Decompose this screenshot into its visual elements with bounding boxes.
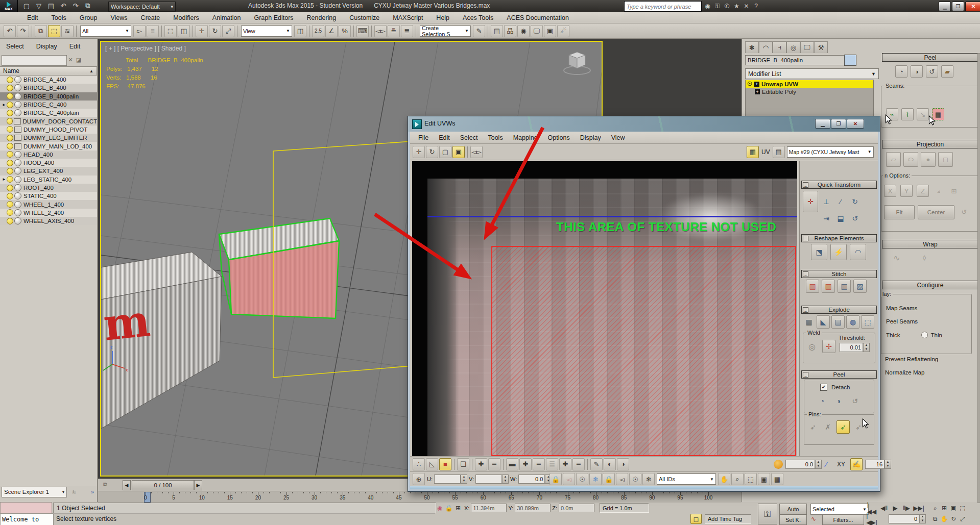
material-editor-icon[interactable]: ◉: [517, 25, 530, 37]
scene-object-row[interactable]: BRIDGE_C_400plain: [0, 109, 97, 117]
named-sel-dd[interactable]: Create Selection S▼: [420, 26, 471, 37]
target-weld-icon[interactable]: ◎: [806, 340, 818, 353]
explode-basket-icon[interactable]: ▦: [803, 316, 815, 328]
map-seams-checkbox-label[interactable]: Map Seams: [886, 305, 917, 311]
quick-peel-icon[interactable]: ◔: [895, 65, 907, 78]
spherical-map-icon[interactable]: ●: [921, 152, 936, 167]
peel-mode-icon[interactable]: ◑: [832, 395, 845, 407]
u-field[interactable]: [434, 474, 461, 484]
keyboard-shortcut-toggle-icon[interactable]: ⌨: [356, 25, 369, 37]
auto-key-button[interactable]: Auto: [779, 504, 807, 514]
menu-create[interactable]: Create: [134, 14, 167, 21]
soft-selection-spinner[interactable]: ▲▼: [815, 460, 822, 469]
command-panel-scrollbar[interactable]: [977, 53, 980, 503]
menu-edit[interactable]: Edit: [20, 14, 45, 21]
set-keys-button[interactable]: ⚿: [758, 504, 777, 524]
menu-views[interactable]: Views: [104, 14, 134, 21]
vertex-mode-icon[interactable]: ∴: [413, 458, 425, 470]
element-toggle-icon[interactable]: ❏: [457, 458, 469, 470]
box-map-icon[interactable]: ◻: [938, 152, 953, 167]
v-field[interactable]: [475, 474, 502, 484]
peel-rollout-header[interactable]: Peel: [882, 53, 978, 62]
layers-icon[interactable]: ≋: [70, 488, 78, 496]
mirror-icon[interactable]: ◅▻: [374, 25, 387, 37]
maxscript-mini-listener[interactable]: [0, 502, 52, 514]
dialog-maximize-button[interactable]: ❐: [831, 119, 846, 129]
window-crossing-icon[interactable]: ◫: [178, 25, 190, 37]
key-filter-dropdown[interactable]: Selected▼: [810, 504, 869, 515]
align-icon[interactable]: ≞: [388, 25, 400, 37]
visibility-bulb-icon[interactable]: [7, 168, 13, 174]
maximize-viewport-icon[interactable]: ⤢: [958, 514, 967, 523]
plus-ring-icon[interactable]: ✚: [559, 458, 571, 470]
expand-icon[interactable]: +: [755, 89, 760, 94]
menu-help[interactable]: Help: [429, 14, 456, 21]
expand-arrow-icon[interactable]: ►: [2, 177, 7, 182]
uvws-menu-tools[interactable]: Tools: [483, 134, 508, 141]
minimize-button[interactable]: ▁: [939, 2, 951, 11]
convert-edge-to-seam-icon[interactable]: ↘: [917, 108, 929, 120]
dialog-close-button[interactable]: ✕: [847, 119, 864, 129]
scene-object-row[interactable]: ►LEG_STATIC_400: [0, 176, 97, 184]
thin-radio-label[interactable]: Thin: [930, 332, 942, 338]
visibility-bulb-icon[interactable]: [7, 185, 13, 191]
scene-object-row[interactable]: LEG_EXT_400: [0, 167, 97, 175]
linear-align-icon[interactable]: ∕: [834, 195, 847, 208]
rendered-frame-window-icon[interactable]: ▣: [544, 25, 556, 37]
stitch-average-icon[interactable]: ▥: [822, 280, 835, 293]
uvws-menu-edit[interactable]: Edit: [434, 134, 455, 141]
quick-transform-header[interactable]: _Quick Transform: [801, 181, 877, 189]
visibility-bulb-icon[interactable]: [7, 160, 13, 166]
select-ring-icon[interactable]: ☰: [546, 458, 558, 470]
freeform-mode-icon[interactable]: ▣: [452, 146, 465, 158]
absolute-offset-icon[interactable]: ⊞: [453, 504, 463, 513]
explorer-menu-select[interactable]: Select: [0, 43, 30, 53]
align-to-edge-icon[interactable]: ↻: [849, 195, 861, 208]
x-coordinate-field[interactable]: 11.394m: [471, 504, 507, 512]
u-spinner[interactable]: ▲▼: [461, 474, 467, 484]
peel-mode-icon[interactable]: ◑: [911, 65, 923, 78]
visibility-bulb-icon[interactable]: [7, 201, 13, 208]
motion-tab-icon[interactable]: ◎: [786, 41, 800, 53]
visibility-bulb-icon[interactable]: [7, 93, 13, 99]
zoom-extents-icon[interactable]: ▣: [949, 504, 958, 513]
thin-radio[interactable]: [921, 332, 928, 338]
align-z-button[interactable]: Z: [917, 185, 929, 197]
uvws-menu-view[interactable]: View: [606, 134, 630, 141]
scene-object-row[interactable]: HEAD_400: [0, 151, 97, 159]
unpin-tool-icon[interactable]: ✗: [822, 421, 834, 433]
next-frame-icon[interactable]: ‖▶: [902, 504, 911, 513]
scene-object-row[interactable]: ►BRIDGE_C_400: [0, 101, 97, 109]
move-tool-icon[interactable]: ✛: [413, 146, 425, 158]
key-mode-toggle-icon[interactable]: |◀▶|: [867, 514, 876, 523]
expand-icon[interactable]: +: [754, 82, 759, 87]
goto-end-icon[interactable]: ▶▶|: [914, 504, 923, 513]
material-id-dropdown[interactable]: All IDs▼: [657, 473, 716, 485]
render-setup-icon[interactable]: 🖵: [531, 25, 543, 37]
y-coordinate-field[interactable]: 30.899m: [515, 504, 551, 512]
rectangular-selection-icon[interactable]: ⬚: [164, 25, 177, 37]
visibility-bulb-icon[interactable]: [7, 176, 13, 183]
communicator-balloon-icon[interactable]: ◉: [435, 504, 444, 513]
search-input[interactable]: [625, 4, 701, 10]
open-file-icon[interactable]: ▽: [34, 1, 44, 10]
peel-dock-header[interactable]: _Peel: [801, 370, 877, 379]
viewport-label[interactable]: [ + ] [ Perspective ] [ Shaded ]: [105, 45, 186, 52]
best-align-icon[interactable]: ⊞: [948, 185, 960, 196]
menu-maxscript[interactable]: MAXScript: [386, 14, 429, 21]
scene-object-row[interactable]: DUMMY_HOOD_PIVOT: [0, 126, 97, 134]
menu-tools[interactable]: Tools: [45, 14, 73, 21]
modify-tab-icon[interactable]: ◠: [759, 41, 773, 53]
uvws-menu-display[interactable]: Display: [575, 134, 606, 141]
zoom-extents-all-icon[interactable]: ⬚: [958, 504, 967, 513]
visibility-bulb-icon[interactable]: [7, 85, 13, 91]
center-button[interactable]: Center: [918, 205, 954, 219]
schematic-view-icon[interactable]: 品: [504, 25, 516, 37]
explode-header[interactable]: _Explode: [801, 306, 877, 314]
zoom-to-gizmo-icon[interactable]: ▦: [771, 473, 783, 485]
rotate-tool-icon[interactable]: ↻: [426, 146, 438, 158]
select-and-rotate-icon[interactable]: ↻: [209, 25, 221, 37]
pan-icon[interactable]: ✋: [940, 514, 949, 523]
cylindrical-map-icon[interactable]: ⬭: [903, 152, 918, 167]
angle-snap-icon[interactable]: ∠: [325, 25, 338, 37]
